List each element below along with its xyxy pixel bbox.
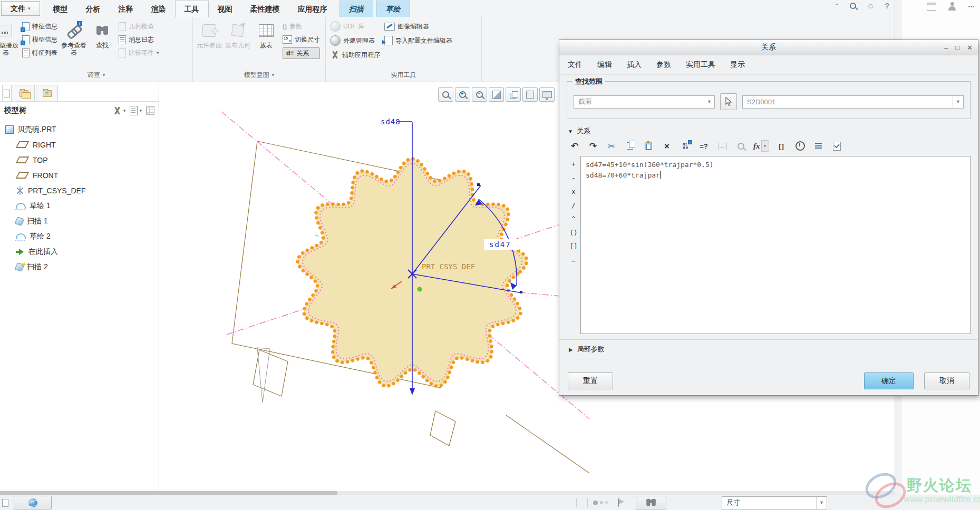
- operator-power[interactable]: ^: [571, 215, 576, 223]
- relations-button[interactable]: d= 关系: [283, 47, 320, 59]
- saved-orientations-button[interactable]: [522, 87, 538, 102]
- model-info-button[interactable]: i 模型信息: [22, 34, 57, 45]
- reference-viewer-button[interactable]: i 参考查看器: [60, 18, 88, 56]
- csys-label[interactable]: PRT_CSYS_DEF: [422, 262, 475, 271]
- close-button[interactable]: ✕: [967, 44, 973, 52]
- menu-file[interactable]: 文件: [568, 60, 583, 70]
- udf-library-button[interactable]: UDF 库: [330, 21, 380, 32]
- tree-item-sketch-1[interactable]: 草绘 1: [0, 198, 159, 213]
- scope-type-combo[interactable]: 截面 ▼: [574, 95, 715, 109]
- evaluate-button[interactable]: =?: [698, 140, 710, 152]
- auxiliary-applications-button[interactable]: 辅助应用程序: [330, 50, 380, 60]
- more-dots-icon[interactable]: ⋯: [968, 3, 976, 11]
- switch-dimensions-button[interactable]: 15x 切换尺寸: [283, 34, 320, 45]
- import-profile-editor-button[interactable]: 导入配置文件编辑器: [384, 35, 452, 46]
- find-button[interactable]: 查找: [88, 18, 117, 49]
- tree-settings-button[interactable]: [146, 106, 154, 115]
- model-player-button[interactable]: 模型播放器: [0, 18, 20, 56]
- help-icon[interactable]: ?: [885, 2, 889, 10]
- relations-section-header[interactable]: ▼ 关系: [559, 123, 978, 137]
- cancel-button[interactable]: 取消: [924, 372, 969, 389]
- family-table-button[interactable]: 族表: [252, 18, 280, 49]
- tab-view[interactable]: 视图: [209, 1, 241, 17]
- relations-code-textarea[interactable]: sd47=45+10*sin(360*trajpar*0.5) sd48=70+…: [580, 156, 971, 334]
- user-avatar-icon[interactable]: [948, 2, 956, 11]
- zoom-in-button[interactable]: +: [455, 87, 470, 102]
- delete-button[interactable]: ×: [661, 140, 673, 152]
- tree-item-insert-here[interactable]: 在此插入: [0, 244, 159, 259]
- reset-button[interactable]: 重置: [568, 372, 613, 389]
- tab-flexible-modeling[interactable]: 柔性建模: [241, 1, 289, 17]
- find-range-button[interactable]: [735, 140, 746, 152]
- repaint-button[interactable]: [489, 87, 504, 102]
- navigator-tab-model-tree[interactable]: [13, 85, 35, 101]
- brackets-button[interactable]: []: [776, 140, 788, 152]
- group-label-model-intent[interactable]: 模型意图▾: [193, 68, 326, 82]
- undo-button[interactable]: ↶: [569, 140, 580, 152]
- sort-relations-button[interactable]: [813, 140, 824, 152]
- tree-item-sweep-1[interactable]: 扫描 1: [0, 213, 159, 229]
- dialog-title-bar[interactable]: 关系 – □ ✕: [559, 40, 978, 55]
- tab-tools[interactable]: 工具: [175, 1, 209, 17]
- insert-function-button[interactable]: fx▼: [753, 140, 769, 152]
- tab-render[interactable]: 渲染: [142, 1, 175, 17]
- designate-button[interactable]: [794, 140, 806, 152]
- operator-plus[interactable]: +: [571, 160, 576, 168]
- tab-file[interactable]: 文件 ▾: [1, 1, 40, 16]
- operator-parens[interactable]: (): [569, 229, 578, 237]
- tree-item-sketch-2[interactable]: 草绘 2: [0, 229, 159, 244]
- chevron-down-icon[interactable]: ▼: [761, 140, 769, 152]
- tab-sweep-context[interactable]: 扫描: [339, 1, 373, 17]
- group-label-investigate[interactable]: 调查▾: [0, 68, 193, 82]
- feature-list-button[interactable]: 特征列表: [22, 47, 57, 58]
- message-log-button[interactable]: 消息日志: [119, 34, 159, 45]
- zoom-window-button[interactable]: [438, 87, 453, 102]
- menu-edit[interactable]: 编辑: [597, 60, 612, 70]
- local-parameters-section[interactable]: ▶ 局部参数: [559, 339, 978, 359]
- menu-insert[interactable]: 插入: [627, 60, 642, 70]
- document-icon[interactable]: [2, 499, 8, 507]
- paste-button[interactable]: [643, 140, 654, 152]
- menu-utilities[interactable]: 实用工具: [686, 60, 715, 70]
- tree-item-right-plane[interactable]: RIGHT: [0, 137, 159, 152]
- tree-item-csys[interactable]: PRT_CSYS_DEF: [0, 183, 159, 198]
- parameters-button[interactable]: () 参数: [283, 21, 320, 32]
- window-grid-icon[interactable]: [927, 3, 936, 11]
- ok-button[interactable]: 确定: [864, 372, 914, 389]
- tree-filter-dropdown[interactable]: ▾: [130, 106, 142, 115]
- flag-icon[interactable]: [617, 498, 624, 507]
- search-icon[interactable]: [850, 3, 856, 9]
- units-button[interactable]: ↔: [716, 140, 728, 152]
- tab-analysis[interactable]: 分析: [77, 1, 110, 17]
- operator-brackets[interactable]: []: [569, 242, 578, 250]
- redo-button[interactable]: ↷: [587, 140, 599, 152]
- tab-applications[interactable]: 应用程序: [289, 1, 336, 17]
- select-item-button[interactable]: [720, 93, 737, 110]
- tab-sketch-context[interactable]: 草绘: [376, 1, 410, 17]
- navigator-tab-mini[interactable]: [2, 85, 12, 101]
- sd48-dimension-label[interactable]: sd48: [381, 117, 401, 126]
- tab-annotate[interactable]: 注释: [110, 1, 142, 17]
- copy-button[interactable]: [624, 140, 636, 152]
- compare-parts-button[interactable]: 比较零件 ▾: [119, 47, 159, 58]
- community-smiley-icon[interactable]: ☺: [867, 2, 874, 10]
- operator-equals[interactable]: =: [571, 256, 576, 264]
- tree-item-part[interactable]: 贝壳碗.PRT: [0, 122, 159, 137]
- menu-parameters[interactable]: 参数: [656, 60, 671, 70]
- view-manager-button[interactable]: [539, 87, 555, 102]
- navigator-tab-favorites[interactable]: [36, 85, 58, 101]
- maximize-button[interactable]: □: [955, 44, 959, 52]
- dimension-filter-combo[interactable]: 尺寸 ▼: [722, 496, 827, 509]
- operator-multiply[interactable]: x: [571, 188, 576, 195]
- sd47-dimension-label[interactable]: sd47: [489, 240, 511, 249]
- find-button-statusbar[interactable]: [636, 496, 666, 509]
- menu-show[interactable]: 显示: [730, 60, 745, 70]
- horizontal-scrollbar[interactable]: [0, 491, 895, 495]
- appearance-manager-button[interactable]: 外观管理器: [330, 35, 380, 46]
- scope-object-combo[interactable]: S2D0001 ▼: [742, 95, 964, 109]
- verify-button[interactable]: [831, 140, 843, 152]
- toggle-dimensions-button[interactable]: d10.0i: [680, 140, 691, 152]
- minimize-button[interactable]: –: [944, 44, 948, 52]
- zoom-out-button[interactable]: -: [472, 87, 487, 102]
- geometry-check-button[interactable]: 几何检查: [119, 21, 159, 32]
